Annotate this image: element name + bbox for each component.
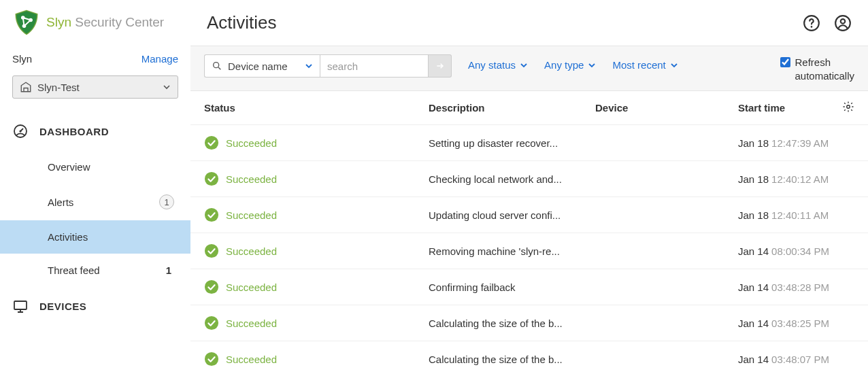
chevron-down-icon xyxy=(305,62,313,70)
table-row[interactable]: SucceededCalculating the size of the b..… xyxy=(190,341,868,376)
success-icon xyxy=(204,135,219,150)
status-label: Succeeded xyxy=(226,245,277,257)
main-content: Activities xyxy=(190,0,868,376)
page-title: Activities xyxy=(207,12,277,33)
filter-type[interactable]: Any type xyxy=(544,54,596,71)
description-cell: Updating cloud server confi... xyxy=(429,209,595,221)
org-name: Slyn xyxy=(12,53,32,65)
table-row[interactable]: SucceededConfirming failbackJan 1403:48:… xyxy=(190,269,868,305)
chevron-down-icon xyxy=(670,61,678,69)
status-label: Succeeded xyxy=(226,173,277,185)
refresh-checkbox[interactable] xyxy=(780,57,790,67)
table-header: Status Description Device Start time xyxy=(190,91,868,125)
user-icon[interactable] xyxy=(834,14,852,32)
table-row[interactable]: SucceededUpdating cloud server confi...J… xyxy=(190,197,868,233)
nav-section-dashboard[interactable]: DASHBOARD xyxy=(0,112,190,150)
success-icon xyxy=(204,171,219,186)
threat-feed-count: 1 xyxy=(166,264,171,276)
chevron-down-icon xyxy=(588,61,596,69)
description-cell: Calculating the size of the b... xyxy=(429,354,595,365)
svg-point-18 xyxy=(205,352,218,366)
start-time-cell: Jan 1403:48:28 PM xyxy=(738,281,838,293)
building-icon xyxy=(20,81,32,93)
help-icon[interactable] xyxy=(803,14,820,32)
column-header-device[interactable]: Device xyxy=(595,102,738,114)
table-body: SucceededSetting up disaster recover...J… xyxy=(190,125,868,376)
filter-label: Any type xyxy=(544,59,584,71)
description-cell: Setting up disaster recover... xyxy=(429,137,595,149)
sidebar-item-threat-feed[interactable]: Threat feed 1 xyxy=(0,254,190,287)
filter-sort[interactable]: Most recent xyxy=(612,54,678,71)
search-icon xyxy=(212,61,222,71)
table-row[interactable]: SucceededSetting up disaster recover...J… xyxy=(190,125,868,161)
sidebar-item-label: Alerts xyxy=(48,196,73,208)
search-input[interactable] xyxy=(320,54,429,78)
start-time-cell: Jan 1812:47:39 AM xyxy=(738,137,838,149)
status-label: Succeeded xyxy=(226,209,277,221)
status-label: Succeeded xyxy=(226,281,277,293)
sidebar: Slyn Security Center Slyn Manage Slyn-Te… xyxy=(0,0,190,376)
device-field-select[interactable]: Device name xyxy=(204,54,320,78)
svg-point-16 xyxy=(205,280,218,294)
success-icon xyxy=(204,243,219,258)
sidebar-item-alerts[interactable]: Alerts 1 xyxy=(0,184,190,220)
success-icon xyxy=(204,279,219,294)
chevron-down-icon xyxy=(520,61,528,69)
devices-icon xyxy=(12,298,29,314)
column-header-status[interactable]: Status xyxy=(204,102,429,114)
device-field-label: Device name xyxy=(228,61,288,72)
sidebar-item-activities[interactable]: Activities xyxy=(0,220,190,254)
svg-point-9 xyxy=(841,19,846,24)
chevron-down-icon xyxy=(163,83,171,91)
logo-text: Slyn Security Center xyxy=(46,15,164,30)
nav-section-label: DASHBOARD xyxy=(39,126,109,137)
gear-icon[interactable] xyxy=(842,101,854,113)
success-icon xyxy=(204,315,219,330)
svg-point-17 xyxy=(205,316,218,330)
arrow-right-icon xyxy=(435,61,446,71)
sidebar-item-label: Threat feed xyxy=(48,264,100,276)
status-label: Succeeded xyxy=(226,137,277,149)
svg-point-14 xyxy=(205,208,218,222)
table-row[interactable]: SucceededChecking local network and...Ja… xyxy=(190,161,868,197)
svg-point-12 xyxy=(205,136,218,150)
svg-point-13 xyxy=(205,172,218,186)
success-icon xyxy=(204,207,219,222)
search-button[interactable] xyxy=(429,54,452,78)
device-selector-label: Slyn-Test xyxy=(37,82,80,93)
manage-link[interactable]: Manage xyxy=(141,53,178,65)
shield-logo-icon xyxy=(12,8,41,37)
start-time-cell: Jan 1403:48:25 PM xyxy=(738,318,838,329)
description-cell: Removing machine 'slyn-re... xyxy=(429,245,595,257)
svg-point-7 xyxy=(811,26,813,28)
status-label: Succeeded xyxy=(226,318,277,329)
svg-point-10 xyxy=(214,63,219,68)
column-header-description[interactable]: Description xyxy=(429,102,595,114)
logo: Slyn Security Center xyxy=(0,8,190,49)
start-time-cell: Jan 1403:48:07 PM xyxy=(738,354,838,365)
description-cell: Confirming failback xyxy=(429,281,595,293)
device-selector[interactable]: Slyn-Test xyxy=(12,75,178,99)
sidebar-item-overview[interactable]: Overview xyxy=(0,150,190,184)
start-time-cell: Jan 1812:40:11 AM xyxy=(738,209,838,221)
alerts-badge: 1 xyxy=(159,194,174,209)
svg-point-4 xyxy=(19,130,21,132)
refresh-label: Refreshautomatically xyxy=(795,56,854,82)
success-icon xyxy=(204,352,219,366)
table-row[interactable]: SucceededRemoving machine 'slyn-re...Jan… xyxy=(190,233,868,269)
filter-label: Any status xyxy=(468,59,516,71)
dashboard-icon xyxy=(12,123,29,139)
nav-section-devices[interactable]: DEVICES xyxy=(0,287,190,325)
table-row[interactable]: SucceededCalculating the size of the b..… xyxy=(190,305,868,341)
filter-status[interactable]: Any status xyxy=(468,54,528,71)
svg-point-11 xyxy=(847,105,850,109)
description-cell: Checking local network and... xyxy=(429,173,595,185)
nav-section-label: DEVICES xyxy=(39,301,86,312)
svg-point-15 xyxy=(205,244,218,258)
status-label: Succeeded xyxy=(226,354,277,365)
column-header-start-time[interactable]: Start time xyxy=(738,102,838,114)
refresh-automatically[interactable]: Refreshautomatically xyxy=(780,54,854,82)
sidebar-item-label: Overview xyxy=(48,161,90,173)
sidebar-item-label: Activities xyxy=(48,231,88,243)
filter-label: Most recent xyxy=(612,59,665,71)
